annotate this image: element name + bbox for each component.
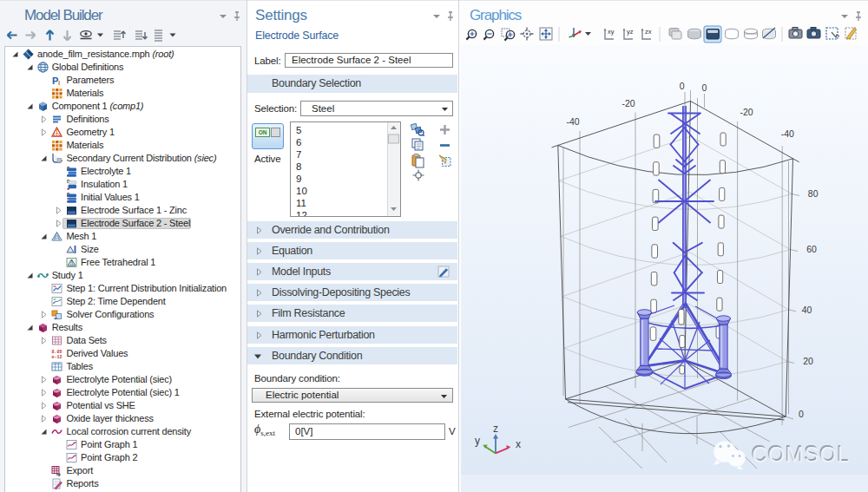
svg-text:80: 80 (808, 188, 819, 199)
svg-text:i: i (58, 79, 60, 86)
svg-text:z: z (493, 423, 498, 435)
svg-text:0: 0 (799, 409, 804, 419)
svg-text:0: 0 (701, 82, 707, 93)
svg-text:-40: -40 (781, 128, 794, 139)
svg-text:y: y (475, 435, 480, 447)
svg-text:x: x (516, 438, 521, 450)
svg-text:0: 0 (680, 81, 685, 91)
svg-text:40: 40 (802, 305, 812, 315)
svg-text:-40: -40 (566, 116, 579, 127)
svg-text:e-12: e-12 (52, 355, 62, 359)
svg-text:60: 60 (806, 244, 817, 254)
svg-text:-20: -20 (740, 107, 753, 117)
svg-text:-20: -20 (621, 98, 635, 108)
svg-text:20: 20 (803, 356, 813, 366)
svg-text:COMSOL: COMSOL (752, 443, 850, 467)
